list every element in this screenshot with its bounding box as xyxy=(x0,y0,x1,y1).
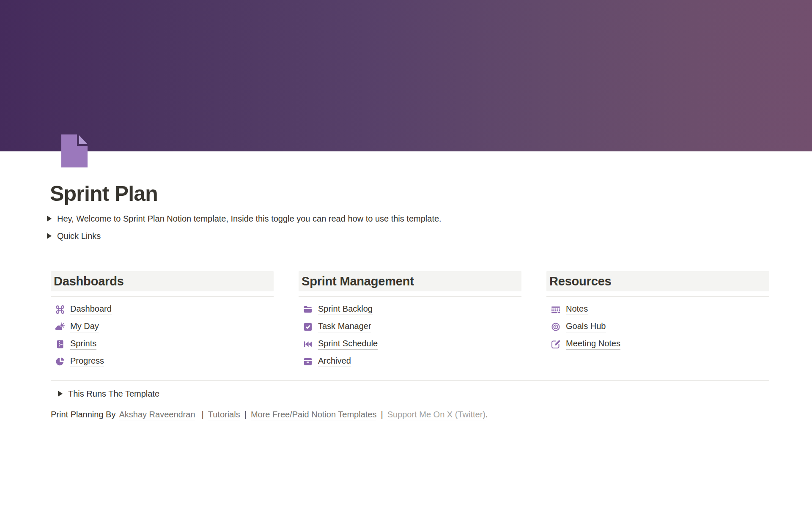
footer-link-support-x[interactable]: Support Me On X (Twitter) xyxy=(387,410,486,420)
page-link-label[interactable]: Sprint Backlog xyxy=(318,304,373,315)
divider xyxy=(51,380,769,381)
toggle-arrow-icon[interactable] xyxy=(47,233,52,239)
toggle-runs-template-label: This Runs The Template xyxy=(68,388,159,399)
footer-separator: | xyxy=(381,410,383,419)
open-folder-icon xyxy=(303,304,313,315)
page-link-archived[interactable]: Archived xyxy=(299,353,521,370)
toggle-quick-links[interactable]: Quick Links xyxy=(47,227,769,244)
column-header: Sprint Management xyxy=(299,271,521,291)
column-header: Resources xyxy=(546,271,769,291)
page-link-meeting-notes[interactable]: Meeting Notes xyxy=(546,335,769,353)
page-link-label[interactable]: Notes xyxy=(566,304,588,315)
target-icon xyxy=(551,322,561,332)
page-title: Sprint Plan xyxy=(50,181,769,206)
page-link-label[interactable]: My Day xyxy=(70,321,99,332)
link-list: Sprint Backlog Task Manager xyxy=(299,301,521,370)
page-link-sprint-backlog[interactable]: Sprint Backlog xyxy=(299,301,521,318)
page-link-dashboard[interactable]: Dashboard xyxy=(51,301,274,318)
footer-link-more-templates[interactable]: More Free/Paid Notion Templates xyxy=(251,410,377,420)
checked-checkbox-icon xyxy=(303,322,313,332)
page-link-label[interactable]: Progress xyxy=(70,356,104,367)
page-link-sprint-schedule[interactable]: Sprint Schedule xyxy=(299,335,521,353)
page-link-label[interactable]: Dashboard xyxy=(70,304,112,315)
journal-page-icon xyxy=(55,339,65,349)
page-link-goals-hub[interactable]: Goals Hub xyxy=(546,318,769,335)
link-list: Dashboard My xyxy=(51,301,274,370)
page-link-task-manager[interactable]: Task Manager xyxy=(299,318,521,335)
toggle-quick-links-label: Quick Links xyxy=(57,230,101,241)
page-link-label[interactable]: Goals Hub xyxy=(566,321,606,332)
rewind-icon xyxy=(303,339,313,349)
toggle-arrow-icon[interactable] xyxy=(58,391,63,397)
footer-suffix: . xyxy=(486,410,488,419)
column-dashboards: Dashboards Dashboard xyxy=(51,271,274,370)
column-sprint-management: Sprint Management Sprint Backlog xyxy=(299,271,521,370)
divider xyxy=(51,248,769,248)
page-link-label[interactable]: Meeting Notes xyxy=(566,338,620,350)
archive-box-icon xyxy=(303,356,313,367)
pie-chart-icon xyxy=(55,356,65,367)
page-content: Sprint Plan Hey, Welcome to Sprint Plan … xyxy=(51,0,769,420)
toggle-welcome-label: Hey, Welcome to Sprint Plan Notion templ… xyxy=(57,213,442,224)
page-link-label[interactable]: Archived xyxy=(318,356,351,367)
footer-prefix: Print Planning By xyxy=(51,410,115,419)
footer-credits: Print Planning ByAkshay Raveendran|Tutor… xyxy=(51,409,769,420)
keyboard-icon xyxy=(551,304,561,315)
column-header: Dashboards xyxy=(51,271,274,291)
footer-link-tutorials[interactable]: Tutorials xyxy=(208,410,240,420)
toggle-arrow-icon[interactable] xyxy=(47,216,52,222)
column-resources: Resources xyxy=(546,271,769,370)
columns: Dashboards Dashboard xyxy=(51,271,769,370)
page-link-label[interactable]: Sprints xyxy=(70,338,96,350)
command-icon xyxy=(55,304,65,315)
link-list: Notes Goals Hub xyxy=(546,301,769,353)
column-divider xyxy=(546,296,769,297)
page-link-my-day[interactable]: My Day xyxy=(51,318,274,335)
page-link-label[interactable]: Task Manager xyxy=(318,321,371,332)
page-link-sprints[interactable]: Sprints xyxy=(51,335,274,353)
footer-link-author[interactable]: Akshay Raveendran xyxy=(119,410,195,420)
footer-separator: | xyxy=(244,410,247,419)
page-link-progress[interactable]: Progress xyxy=(51,353,274,370)
column-divider xyxy=(51,296,274,297)
toggle-welcome[interactable]: Hey, Welcome to Sprint Plan Notion templ… xyxy=(47,210,769,227)
page-link-notes[interactable]: Notes xyxy=(546,301,769,318)
sun-behind-cloud-icon xyxy=(55,322,65,332)
footer-separator: | xyxy=(202,410,204,419)
page-link-label[interactable]: Sprint Schedule xyxy=(318,338,378,350)
toggle-runs-template[interactable]: This Runs The Template xyxy=(58,385,769,402)
edit-pencil-icon xyxy=(551,339,561,349)
column-divider xyxy=(299,296,521,297)
